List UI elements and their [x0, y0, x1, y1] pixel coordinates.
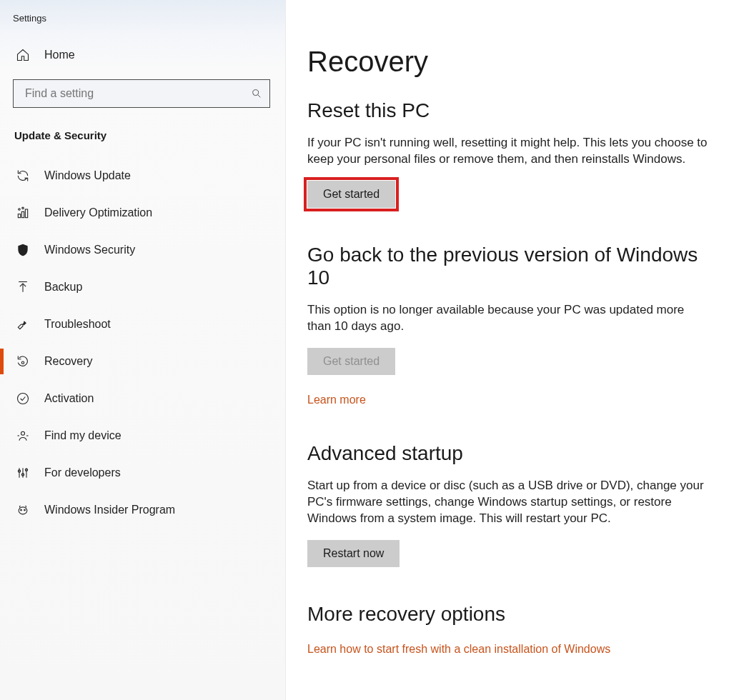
- sidebar-item-delivery-optimization[interactable]: Delivery Optimization: [0, 194, 285, 231]
- svg-point-11: [21, 431, 25, 435]
- svg-point-6: [22, 207, 24, 209]
- nav-label: Find my device: [44, 429, 121, 442]
- svg-rect-3: [21, 211, 24, 217]
- svg-line-1: [258, 95, 260, 97]
- svg-point-5: [19, 209, 21, 211]
- check-circle-icon: [14, 390, 31, 407]
- sidebar-item-windows-update[interactable]: Windows Update: [0, 157, 285, 194]
- sidebar-item-activation[interactable]: Activation: [0, 380, 285, 417]
- section-label: Update & Security: [0, 118, 285, 157]
- nav-label: Delivery Optimization: [44, 206, 152, 219]
- nav-label: Troubleshoot: [44, 318, 111, 331]
- more-heading: More recovery options: [307, 603, 708, 626]
- reset-get-started-button[interactable]: Get started: [307, 181, 395, 208]
- sidebar-item-for-developers[interactable]: For developers: [0, 454, 285, 491]
- search-box[interactable]: [13, 79, 270, 108]
- shield-icon: [14, 241, 31, 259]
- window-title: Settings: [0, 0, 285, 31]
- advstart-desc: Start up from a device or disc (such as …: [307, 478, 708, 527]
- svg-rect-4: [25, 209, 27, 218]
- content-pane: Recovery Reset this PC If your PC isn't …: [286, 0, 734, 700]
- search-input[interactable]: [24, 86, 251, 101]
- svg-point-10: [18, 394, 29, 404]
- svg-point-9: [21, 361, 24, 364]
- nav-label: Backup: [44, 281, 82, 294]
- home-icon: [14, 46, 31, 64]
- sync-icon: [14, 167, 31, 184]
- nav-label: For developers: [44, 466, 121, 479]
- goback-learn-more-link[interactable]: Learn more: [307, 394, 366, 406]
- backup-icon: [14, 279, 31, 296]
- goback-get-started-button: Get started: [307, 348, 395, 375]
- nav-label: Recovery: [44, 355, 93, 368]
- sidebar-item-troubleshoot[interactable]: Troubleshoot: [0, 306, 285, 343]
- nav-label: Windows Security: [44, 244, 135, 256]
- page-title: Recovery: [307, 46, 708, 78]
- svg-point-22: [24, 509, 26, 511]
- svg-point-21: [21, 509, 22, 511]
- nav-label: Windows Insider Program: [44, 504, 175, 516]
- nav-label: Activation: [44, 392, 94, 405]
- recovery-icon: [14, 353, 31, 370]
- sidebar-item-find-my-device[interactable]: Find my device: [0, 417, 285, 454]
- nav-label: Windows Update: [44, 169, 131, 182]
- svg-point-0: [253, 90, 259, 96]
- reset-heading: Reset this PC: [307, 99, 708, 122]
- restart-now-button[interactable]: Restart now: [307, 540, 400, 567]
- svg-point-20: [19, 507, 27, 514]
- sidebar-home[interactable]: Home: [0, 31, 285, 79]
- advstart-heading: Advanced startup: [307, 442, 708, 465]
- wrench-icon: [14, 316, 31, 333]
- sidebar-item-recovery[interactable]: Recovery: [0, 343, 285, 380]
- insider-icon: [14, 501, 31, 519]
- goback-desc: This option is no longer available becau…: [307, 302, 708, 335]
- goback-heading: Go back to the previous version of Windo…: [307, 244, 708, 289]
- reset-desc: If your PC isn't running well, resetting…: [307, 135, 708, 168]
- more-fresh-install-link[interactable]: Learn how to start fresh with a clean in…: [307, 643, 610, 656]
- sidebar-item-windows-security[interactable]: Windows Security: [0, 231, 285, 269]
- sidebar-item-backup[interactable]: Backup: [0, 269, 285, 306]
- svg-rect-2: [18, 214, 20, 218]
- sidebar: Settings Home Update & Security Windows …: [0, 0, 286, 700]
- home-label: Home: [44, 49, 75, 61]
- search-icon: [251, 88, 262, 99]
- optimization-icon: [14, 204, 31, 221]
- sidebar-item-windows-insider[interactable]: Windows Insider Program: [0, 491, 285, 529]
- find-device-icon: [14, 427, 31, 444]
- developers-icon: [14, 464, 31, 481]
